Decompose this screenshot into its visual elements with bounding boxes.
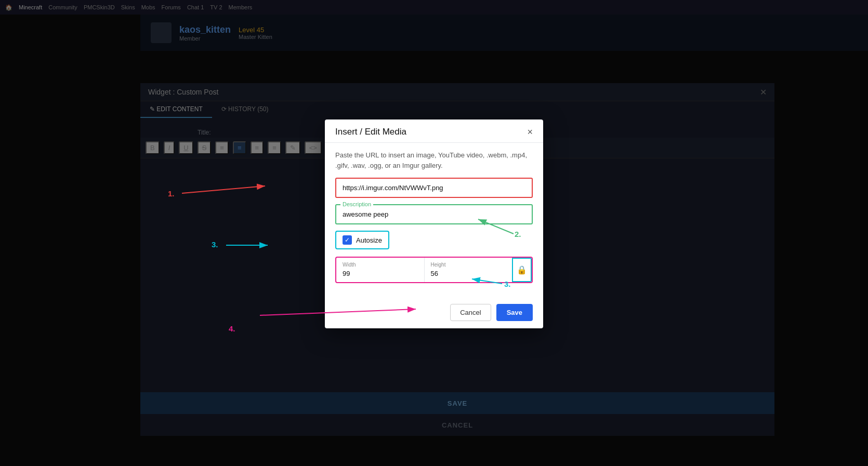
modal-footer: Cancel Save xyxy=(325,299,543,328)
description-input[interactable] xyxy=(336,205,532,223)
cancel-button[interactable]: Cancel xyxy=(450,304,491,321)
url-input[interactable] xyxy=(336,179,532,197)
modal-close-button[interactable]: × xyxy=(527,127,533,137)
height-field: Height xyxy=(425,258,512,282)
save-button[interactable]: Save xyxy=(496,304,533,321)
width-field: Width xyxy=(336,258,424,282)
modal-header: Insert / Edit Media × xyxy=(325,119,543,143)
modal-title: Insert / Edit Media xyxy=(335,127,406,137)
dimensions-wrapper: Width Height 🔒 xyxy=(335,257,533,283)
insert-edit-media-modal: Insert / Edit Media × Paste the URL to i… xyxy=(325,119,543,328)
description-field-label: Description xyxy=(340,201,373,207)
width-label: Width xyxy=(343,262,418,268)
url-field-wrapper xyxy=(335,178,533,198)
height-input[interactable] xyxy=(431,270,506,277)
autosize-label: Autosize xyxy=(356,236,382,244)
autosize-wrapper[interactable]: ✓ Autosize xyxy=(335,231,389,249)
height-label: Height xyxy=(431,262,506,268)
modal-description-text: Paste the URL to insert an image, YouTub… xyxy=(335,150,533,170)
description-field-wrapper: Description xyxy=(335,204,533,224)
modal-body: Paste the URL to insert an image, YouTub… xyxy=(325,143,543,299)
width-input[interactable] xyxy=(343,270,418,277)
autosize-checkbox[interactable]: ✓ xyxy=(343,235,352,245)
lock-aspect-ratio-button[interactable]: 🔒 xyxy=(512,258,532,282)
